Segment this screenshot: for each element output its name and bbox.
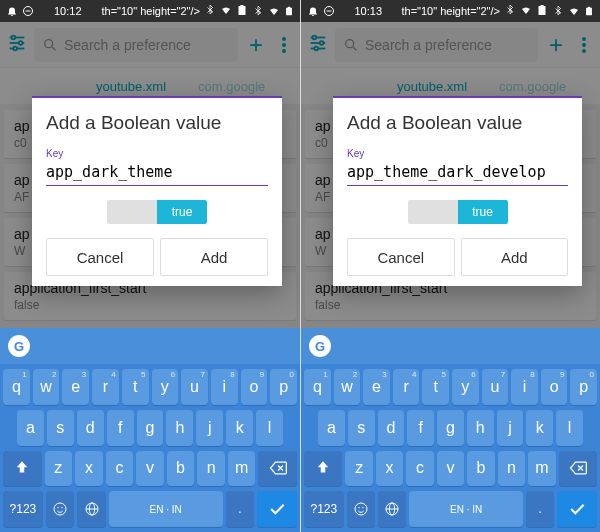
key-b[interactable]: b — [167, 451, 195, 487]
key-l[interactable]: l — [256, 410, 283, 446]
key-v[interactable]: v — [437, 451, 464, 487]
backspace-key[interactable] — [258, 451, 297, 487]
boolean-toggle[interactable]: true — [107, 200, 207, 224]
bluetooth-icon — [504, 4, 516, 18]
key-z[interactable]: z — [45, 451, 73, 487]
key-p[interactable]: p0 — [270, 369, 297, 405]
key-u[interactable]: u7 — [181, 369, 208, 405]
key-t[interactable]: t5 — [422, 369, 449, 405]
key-b[interactable]: b — [467, 451, 494, 487]
key-i[interactable]: i8 — [211, 369, 238, 405]
globe-key[interactable] — [378, 491, 406, 527]
phone-screen-1: 10:12th="10" height="2"/>Search a prefer… — [0, 0, 300, 532]
key-r[interactable]: r4 — [92, 369, 119, 405]
period-key[interactable]: . — [226, 491, 254, 527]
key-g[interactable]: g — [437, 410, 464, 446]
key-j[interactable]: j — [497, 410, 524, 446]
symbols-key[interactable]: ?123 — [304, 491, 344, 527]
key-s[interactable]: s — [348, 410, 375, 446]
key-x[interactable]: x — [376, 451, 403, 487]
key-input[interactable] — [347, 159, 568, 186]
status-bar: 10:12th="10" height="2"/> — [0, 0, 300, 22]
enter-key[interactable] — [557, 491, 597, 527]
add-button[interactable]: Add — [160, 238, 268, 276]
symbols-key[interactable]: ?123 — [3, 491, 43, 527]
key-q[interactable]: q1 — [304, 369, 331, 405]
key-o[interactable]: o9 — [541, 369, 568, 405]
keyboard[interactable]: Gq1w2e3r4t5y6u7i8o9p0asdfghjklzxcvbnm?12… — [0, 328, 300, 532]
key-m[interactable]: m — [528, 451, 555, 487]
key-e[interactable]: e3 — [62, 369, 89, 405]
keyboard[interactable]: Gq1w2e3r4t5y6u7i8o9p0asdfghjklzxcvbnm?12… — [301, 328, 600, 532]
emoji-key[interactable] — [347, 491, 375, 527]
svg-point-34 — [355, 503, 367, 515]
suggestion-bar[interactable]: G — [301, 328, 600, 364]
key-w[interactable]: w2 — [33, 369, 60, 405]
globe-key[interactable] — [77, 491, 105, 527]
shift-key[interactable] — [3, 451, 42, 487]
key-h[interactable]: h — [467, 410, 494, 446]
key-x[interactable]: x — [75, 451, 103, 487]
period-key[interactable]: . — [526, 491, 554, 527]
suggestion-bar[interactable]: G — [0, 328, 300, 364]
shift-key[interactable] — [304, 451, 342, 487]
status-bar: 10:13th="10" height="2"/> — [301, 0, 600, 22]
key-h[interactable]: h — [166, 410, 193, 446]
phone-screen-2: 10:13th="10" height="2"/>Search a prefer… — [300, 0, 600, 532]
key-s[interactable]: s — [47, 410, 74, 446]
key-t[interactable]: t5 — [122, 369, 149, 405]
key-a[interactable]: a — [318, 410, 345, 446]
key-u[interactable]: u7 — [482, 369, 509, 405]
key-p[interactable]: p0 — [570, 369, 597, 405]
add-boolean-dialog: Add a Boolean valueKeytrueCancelAdd — [32, 96, 282, 286]
key-c[interactable]: c — [406, 451, 433, 487]
key-k[interactable]: k — [226, 410, 253, 446]
svg-rect-4 — [286, 8, 292, 16]
key-n[interactable]: n — [197, 451, 225, 487]
svg-point-14 — [54, 503, 66, 515]
key-a[interactable]: a — [17, 410, 44, 446]
key-w[interactable]: w2 — [334, 369, 361, 405]
key-k[interactable]: k — [526, 410, 553, 446]
key-o[interactable]: o9 — [241, 369, 268, 405]
key-l[interactable]: l — [556, 410, 583, 446]
key-m[interactable]: m — [228, 451, 256, 487]
key-r[interactable]: r4 — [393, 369, 420, 405]
battery-icon — [536, 4, 548, 18]
key-d[interactable]: d — [77, 410, 104, 446]
key-v[interactable]: v — [136, 451, 164, 487]
boolean-toggle[interactable]: true — [408, 200, 508, 224]
enter-key[interactable] — [257, 491, 297, 527]
key-z[interactable]: z — [345, 451, 372, 487]
key-f[interactable]: f — [407, 410, 434, 446]
key-y[interactable]: y6 — [452, 369, 479, 405]
key-f[interactable]: f — [107, 410, 134, 446]
google-icon[interactable]: G — [8, 335, 30, 357]
key-field-label: Key — [347, 148, 568, 159]
key-n[interactable]: n — [498, 451, 525, 487]
key-c[interactable]: c — [106, 451, 134, 487]
key-y[interactable]: y6 — [152, 369, 179, 405]
svg-rect-3 — [240, 5, 243, 7]
key-j[interactable]: j — [196, 410, 223, 446]
space-key[interactable]: EN · IN — [109, 491, 223, 527]
key-g[interactable]: g — [137, 410, 164, 446]
add-button[interactable]: Add — [461, 238, 569, 276]
cancel-button[interactable]: Cancel — [46, 238, 154, 276]
key-i[interactable]: i8 — [511, 369, 538, 405]
google-icon[interactable]: G — [309, 335, 331, 357]
key-d[interactable]: d — [378, 410, 405, 446]
cancel-button[interactable]: Cancel — [347, 238, 455, 276]
emoji-key[interactable] — [46, 491, 74, 527]
add-boolean-dialog: Add a Boolean valueKeytrueCancelAdd — [333, 96, 582, 286]
key-q[interactable]: q1 — [3, 369, 30, 405]
svg-rect-24 — [586, 8, 592, 16]
status-time: 10:13 — [354, 5, 382, 17]
svg-rect-25 — [588, 7, 591, 8]
key-e[interactable]: e3 — [363, 369, 390, 405]
dialog-title: Add a Boolean value — [46, 112, 268, 134]
key-input[interactable] — [46, 159, 268, 186]
backspace-key[interactable] — [559, 451, 597, 487]
space-key[interactable]: EN · IN — [409, 491, 522, 527]
bluetooth-icon — [204, 4, 216, 18]
